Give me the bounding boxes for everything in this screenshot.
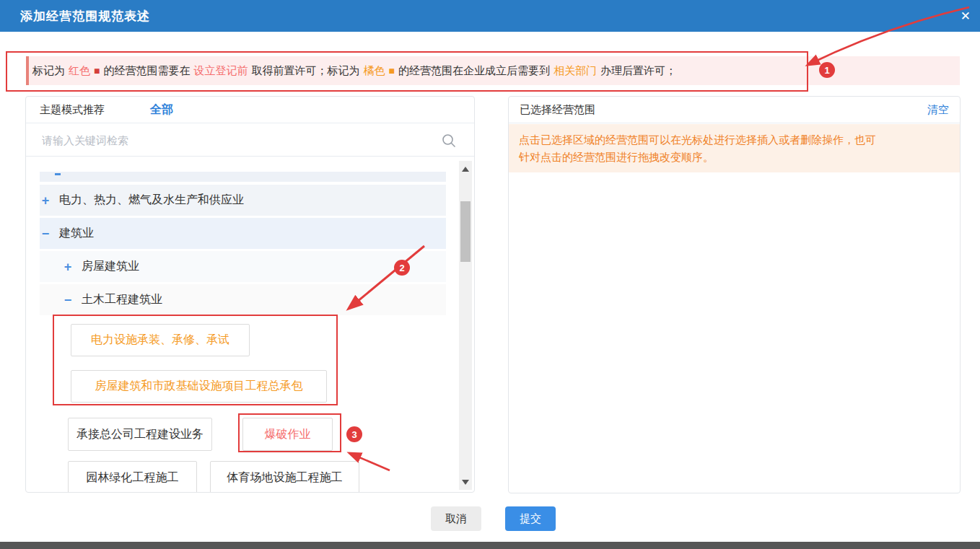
tree-row-civil-engineering[interactable]: − 土木工程建筑业 bbox=[40, 284, 446, 315]
scope-tag-power-installation[interactable]: 电力设施承装、承修、承试 bbox=[71, 324, 250, 356]
notice-part5: 办理后置许可； bbox=[600, 64, 676, 76]
tree-scrollbar[interactable] bbox=[459, 161, 472, 490]
add-business-scope-modal: 添加经营范围规范表述 ✕ 标记为红色■的经营范围需要在设立登记前取得前置许可；标… bbox=[0, 0, 980, 549]
hint-line: 针对点击的经营范围进行拖拽改变顺序。 bbox=[519, 149, 950, 166]
keyword-search-row bbox=[26, 124, 474, 157]
tree-row-housing-construction[interactable]: + 房屋建筑业 bbox=[40, 251, 446, 282]
tree-label: 房屋建筑业 bbox=[82, 259, 139, 274]
submit-button[interactable]: 提交 bbox=[505, 506, 556, 531]
hint-line: 点击已选择区域的经营范围可以在光标处进行选择插入或者删除操作，也可 bbox=[519, 131, 950, 149]
tree-label: 电力、热力、燃气及水生产和供应业 bbox=[59, 193, 244, 208]
plus-icon bbox=[55, 173, 61, 175]
red-square-icon: ■ bbox=[94, 65, 100, 76]
minus-icon[interactable]: − bbox=[40, 228, 51, 240]
left-panel-tabs: 主题模式推荐 全部 bbox=[26, 97, 474, 123]
selected-scope-hint: 点击已选择区域的经营范围可以在光标处进行选择插入或者删除操作，也可 针对点击的经… bbox=[509, 124, 960, 172]
tree-row-power-industry[interactable]: + 电力、热力、燃气及水生产和供应业 bbox=[40, 185, 446, 216]
notice-orange-label: 橘色 bbox=[363, 64, 385, 76]
scope-tag-sports-facilities[interactable]: 体育场地设施工程施工 bbox=[210, 461, 359, 493]
tag-label: 体育场地设施工程施工 bbox=[227, 470, 343, 486]
notice-pre-permit: 设立登记前 bbox=[193, 64, 248, 76]
notice-text: 标记为红色■的经营范围需要在设立登记前取得前置许可；标记为橘色■的经营范围在企业… bbox=[32, 63, 676, 78]
close-icon[interactable]: ✕ bbox=[961, 0, 971, 32]
tag-label: 园林绿化工程施工 bbox=[87, 470, 179, 486]
scroll-down-icon[interactable] bbox=[459, 475, 472, 488]
tag-label: 电力设施承装、承修、承试 bbox=[91, 333, 229, 348]
notice-accent-bar bbox=[26, 56, 29, 85]
selected-scope-panel: 已选择经营范围 清空 点击已选择区域的经营范围可以在光标处进行选择插入或者删除操… bbox=[508, 96, 961, 493]
orange-square-icon: ■ bbox=[388, 65, 394, 76]
scope-tag-blasting-operations[interactable]: 爆破作业 bbox=[242, 418, 333, 451]
tag-label: 房屋建筑和市政基础设施项目工程总承包 bbox=[95, 379, 303, 394]
tag-label: 承接总公司工程建设业务 bbox=[76, 427, 204, 442]
tab-theme-recommend[interactable]: 主题模式推荐 bbox=[40, 103, 105, 117]
modal-title: 添加经营范围规范表述 bbox=[20, 8, 150, 25]
notice-part1: 标记为 bbox=[32, 64, 65, 76]
tab-all[interactable]: 全部 bbox=[150, 102, 173, 118]
permit-notice-bar: 标记为红色■的经营范围需要在设立登记前取得前置许可；标记为橘色■的经营范围在企业… bbox=[26, 56, 960, 85]
notice-part3: 取得前置许可；标记为 bbox=[251, 64, 359, 76]
scope-tag-landscaping[interactable]: 园林绿化工程施工 bbox=[68, 461, 197, 493]
notice-red-label: 红色 bbox=[69, 64, 90, 76]
scope-tag-head-office-projects[interactable]: 承接总公司工程建设业务 bbox=[68, 418, 212, 451]
tree-row-partial[interactable] bbox=[40, 172, 446, 182]
plus-icon[interactable]: + bbox=[62, 261, 74, 273]
modal-header: 添加经营范围规范表述 ✕ bbox=[0, 0, 980, 32]
page-bottom-bar bbox=[0, 542, 980, 549]
notice-part4: 的经营范围在企业成立后需要到 bbox=[398, 64, 550, 76]
selected-scope-header: 已选择经营范围 清空 bbox=[509, 97, 960, 123]
scroll-up-icon[interactable] bbox=[459, 162, 472, 175]
cancel-button[interactable]: 取消 bbox=[431, 506, 481, 531]
tree-row-construction[interactable]: − 建筑业 bbox=[40, 218, 446, 249]
scope-tag-general-contracting[interactable]: 房屋建筑和市政基础设施项目工程总承包 bbox=[71, 370, 327, 403]
search-input[interactable] bbox=[42, 134, 432, 146]
plus-icon[interactable]: + bbox=[40, 195, 51, 206]
scrollbar-thumb[interactable] bbox=[460, 201, 471, 262]
minus-icon[interactable]: − bbox=[62, 294, 74, 306]
notice-dept: 相关部门 bbox=[554, 64, 597, 76]
search-icon[interactable] bbox=[441, 133, 457, 149]
tree-label: 建筑业 bbox=[59, 226, 94, 241]
notice-part2: 的经营范围需要在 bbox=[103, 64, 190, 76]
selected-scope-title: 已选择经营范围 bbox=[520, 103, 595, 117]
tag-label: 爆破作业 bbox=[265, 427, 311, 442]
tree-label: 土木工程建筑业 bbox=[82, 292, 162, 307]
industry-tree-panel: 主题模式推荐 全部 + 电力、热力、燃气及水生产和供应业 − 建筑业 + 房屋建… bbox=[25, 96, 475, 493]
clear-selection-link[interactable]: 清空 bbox=[927, 103, 949, 117]
